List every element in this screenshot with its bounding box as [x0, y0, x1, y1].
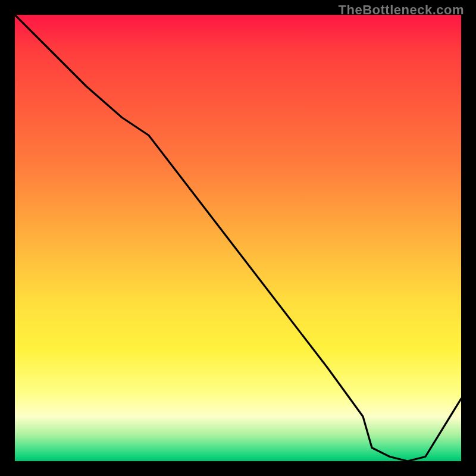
- chart-container: TheBottleneck.com: [0, 0, 476, 476]
- bottleneck-curve: [15, 15, 461, 461]
- plot-area: [15, 15, 461, 461]
